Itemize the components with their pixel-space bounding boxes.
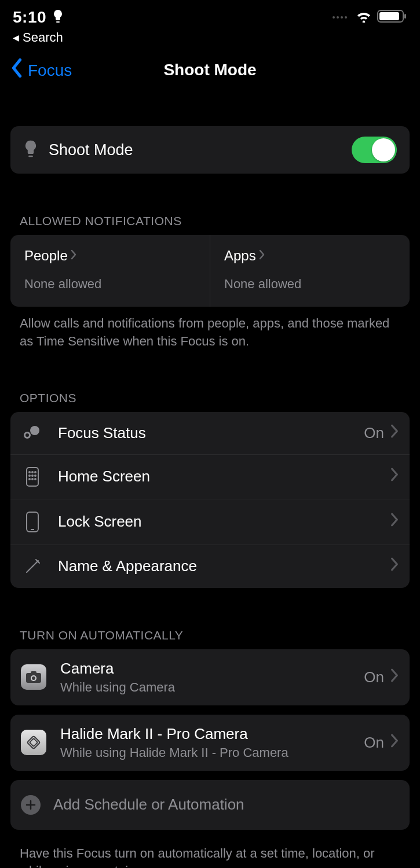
- allowed-people-cell[interactable]: People None allowed: [10, 235, 210, 307]
- nav-back-button[interactable]: Focus: [10, 58, 72, 82]
- svg-rect-16: [27, 512, 38, 532]
- camera-app-icon: [21, 664, 46, 690]
- page-title: Shoot Mode: [163, 61, 256, 79]
- options-group: Focus Status On Home Screen: [10, 412, 410, 588]
- option-label: Name & Appearance: [58, 557, 197, 575]
- svg-point-10: [29, 475, 30, 476]
- svg-rect-23: [27, 736, 41, 749]
- focus-toggle-row: Shoot Mode: [10, 126, 410, 174]
- option-lock-screen[interactable]: Lock Screen: [10, 499, 410, 545]
- svg-point-3: [30, 426, 39, 435]
- svg-rect-2: [404, 14, 406, 19]
- allowed-footer: Allow calls and notifications from peopl…: [10, 307, 410, 351]
- svg-point-9: [35, 472, 36, 473]
- nav-back-label: Focus: [28, 61, 72, 79]
- svg-point-15: [35, 479, 36, 480]
- focus-toggle-switch[interactable]: [352, 137, 397, 163]
- chevron-right-icon: [390, 424, 399, 443]
- svg-rect-24: [30, 738, 38, 746]
- cellular-dots-icon: [333, 16, 347, 19]
- lightbulb-icon: [52, 9, 64, 25]
- allowed-people-sub: None allowed: [24, 277, 196, 292]
- home-screen-icon: [21, 466, 44, 487]
- add-automation-button[interactable]: Add Schedule or Automation: [10, 780, 410, 830]
- svg-point-11: [32, 475, 33, 476]
- chevron-right-icon: [390, 733, 399, 752]
- svg-point-22: [32, 676, 35, 680]
- option-label: Home Screen: [58, 468, 150, 486]
- chevron-right-icon: [70, 248, 77, 264]
- back-triangle-icon: ◀: [13, 33, 19, 42]
- chevron-left-icon: [10, 58, 23, 82]
- automation-header: TURN ON AUTOMATICALLY: [10, 628, 410, 649]
- options-header: OPTIONS: [10, 391, 410, 412]
- option-label: Focus Status: [58, 424, 146, 442]
- chevron-right-icon: [390, 668, 399, 687]
- automation-title: Camera: [60, 660, 175, 678]
- people-icon: [21, 425, 44, 441]
- allowed-header: ALLOWED NOTIFICATIONS: [10, 214, 410, 235]
- svg-point-7: [29, 472, 30, 473]
- automation-value: On: [364, 734, 384, 752]
- breadcrumb-label: Search: [23, 30, 63, 45]
- lightbulb-icon: [23, 139, 38, 160]
- allowed-apps-title: Apps: [224, 248, 256, 264]
- plus-icon: [21, 795, 41, 815]
- focus-toggle-label: Shoot Mode: [49, 141, 133, 159]
- allowed-apps-cell[interactable]: Apps None allowed: [210, 235, 410, 307]
- chevron-right-icon: [390, 512, 399, 531]
- chevron-right-icon: [390, 467, 399, 486]
- battery-icon: [377, 9, 407, 25]
- automation-halide[interactable]: Halide Mark II - Pro Camera While using …: [10, 715, 410, 771]
- breadcrumb[interactable]: ◀ Search: [0, 28, 420, 49]
- halide-app-icon: [21, 730, 46, 755]
- svg-point-12: [35, 475, 36, 476]
- option-value: On: [364, 424, 384, 442]
- automation-camera[interactable]: Camera While using Camera On: [10, 649, 410, 705]
- svg-rect-20: [31, 671, 36, 674]
- option-label: Lock Screen: [58, 513, 142, 531]
- add-automation-label: Add Schedule or Automation: [53, 796, 244, 814]
- allowed-people-title: People: [24, 248, 68, 264]
- automation-sub: While using Camera: [60, 680, 175, 695]
- chevron-right-icon: [390, 557, 399, 576]
- svg-point-5: [25, 433, 29, 437]
- svg-point-13: [29, 479, 30, 480]
- wifi-icon: [355, 10, 372, 25]
- svg-rect-1: [379, 12, 399, 20]
- svg-point-8: [32, 472, 33, 473]
- svg-line-18: [27, 561, 38, 572]
- option-home-screen[interactable]: Home Screen: [10, 455, 410, 499]
- lock-screen-icon: [21, 511, 44, 533]
- automation-sub: While using Halide Mark II - Pro Camera: [60, 745, 288, 760]
- automation-value: On: [364, 668, 384, 686]
- automation-footer: Have this Focus turn on automatically at…: [10, 830, 410, 868]
- automation-title: Halide Mark II - Pro Camera: [60, 725, 288, 743]
- chevron-right-icon: [258, 248, 265, 264]
- pencil-icon: [21, 558, 44, 575]
- nav-header: Focus Shoot Mode: [0, 54, 420, 86]
- option-name-appearance[interactable]: Name & Appearance: [10, 545, 410, 588]
- status-bar: 5:10: [0, 0, 420, 28]
- allowed-apps-sub: None allowed: [224, 277, 396, 292]
- allowed-group: People None allowed Apps None allowed: [10, 235, 410, 307]
- option-focus-status[interactable]: Focus Status On: [10, 412, 410, 455]
- svg-point-14: [32, 479, 33, 480]
- status-time: 5:10: [13, 8, 46, 27]
